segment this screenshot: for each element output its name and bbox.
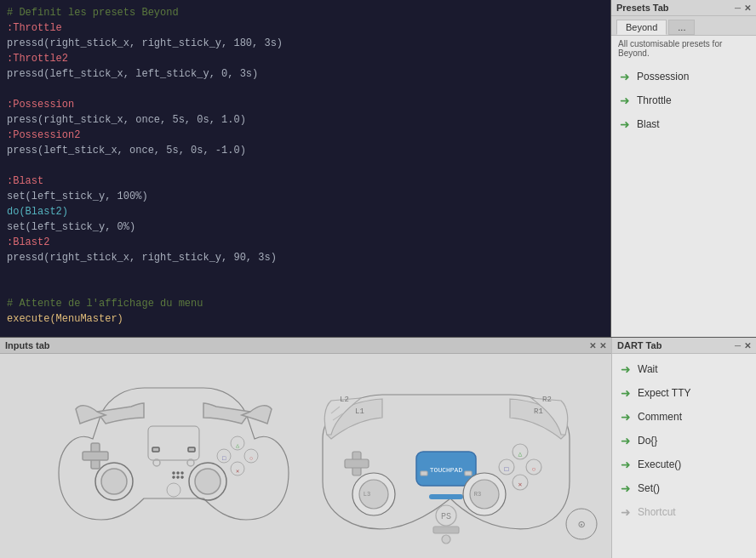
preset-label-possession: Possession	[637, 71, 689, 83]
svg-text:✕: ✕	[518, 481, 523, 488]
arrow-icon: ➜	[621, 458, 631, 471]
dart-title-bar: DART Tab ─ ✕	[612, 338, 756, 354]
svg-text:R3: R3	[474, 491, 481, 498]
inputs-minimize-button[interactable]: ✕	[589, 341, 596, 350]
svg-text:□: □	[222, 455, 226, 462]
svg-text:L3: L3	[364, 491, 370, 498]
dart-close-button[interactable]: ✕	[744, 341, 751, 350]
dart-list: ➜ Wait ➜ Expect TTY ➜ Comment ➜ Do{} ➜ E…	[612, 354, 756, 527]
arrow-icon: ➜	[621, 410, 631, 424]
dart-item-set[interactable]: ➜ Set()	[612, 476, 756, 500]
svg-text:L1: L1	[355, 407, 364, 416]
arrow-icon: ➜	[621, 434, 631, 447]
code-line: set(left_stick_y, 100%)	[7, 189, 604, 204]
dart-title: DART Tab	[617, 340, 662, 350]
dart-label-execute: Execute()	[638, 458, 681, 470]
presets-tabs: Beyond ...	[611, 16, 756, 36]
preset-item-blast[interactable]: ➜ Blast	[611, 112, 756, 136]
code-line: :Possession2	[7, 128, 604, 143]
svg-rect-27	[429, 494, 463, 499]
svg-point-19	[181, 476, 183, 478]
dart-item-execute[interactable]: ➜ Execute()	[612, 453, 756, 476]
svg-point-17	[173, 476, 175, 478]
code-editor[interactable]: # Definit les presets Beyond:Throttlepre…	[0, 0, 611, 337]
svg-point-18	[177, 476, 179, 478]
presets-minimize-button[interactable]: ─	[735, 3, 741, 13]
dart-item-wait[interactable]: ➜ Wait	[612, 357, 756, 381]
code-line: pressd(left_stick_x, left_stick_y, 0, 3s…	[7, 66, 604, 82]
svg-point-15	[177, 472, 179, 474]
arrow-icon: ➜	[621, 505, 631, 519]
code-line: press(right_stick_x, once, 5s, 0s, 1.0)	[7, 112, 604, 128]
inputs-title: Inputs tab	[5, 340, 50, 350]
svg-rect-42	[465, 471, 472, 475]
arrow-icon: ➜	[621, 362, 631, 376]
dart-title-controls: ─ ✕	[735, 341, 751, 350]
arrow-icon: ➜	[620, 117, 630, 131]
code-line	[7, 327, 604, 337]
arrow-icon: ➜	[621, 386, 631, 400]
svg-point-16	[181, 472, 183, 474]
code-line: press(left_stick_x, once, 5s, 0s, -1.0)	[7, 143, 604, 158]
preset-list: ➜ Possession ➜ Throttle ➜ Blast	[611, 61, 756, 140]
dart-label-expect-tty: Expect TTY	[638, 387, 690, 399]
ps-logo: ⊙	[564, 507, 598, 544]
dart-label-wait: Wait	[638, 363, 658, 375]
svg-text:L2: L2	[340, 396, 349, 404]
tab-other[interactable]: ...	[668, 20, 695, 35]
svg-text:⊙: ⊙	[578, 518, 586, 532]
inputs-close-button[interactable]: ✕	[599, 341, 606, 350]
svg-rect-33	[345, 459, 369, 468]
svg-text:PS: PS	[441, 512, 451, 521]
dart-item-shortcut: ➜ Shortcut	[612, 500, 756, 524]
code-line: :Possession	[7, 97, 604, 112]
code-line: execute(MenuMaster)	[7, 311, 604, 327]
code-line: set(left_stick_y, 0%)	[7, 219, 604, 235]
code-line	[7, 82, 604, 97]
dart-item-do[interactable]: ➜ Do{}	[612, 429, 756, 453]
code-line: do(Blast2)	[7, 204, 604, 219]
svg-text:TOUCHPAD: TOUCHPAD	[430, 466, 463, 474]
arrow-icon: ➜	[621, 481, 631, 495]
code-line: :Throttle2	[7, 51, 604, 66]
dart-minimize-button[interactable]: ─	[735, 341, 741, 350]
presets-close-button[interactable]: ✕	[744, 3, 751, 13]
code-line	[7, 265, 604, 281]
svg-rect-38	[433, 527, 459, 533]
code-line	[7, 281, 604, 296]
controller-right: △ ○ ✕ □ L1 R1 L2 R2 L3 R3 PS TOUCHP	[314, 371, 561, 541]
svg-text:R1: R1	[534, 407, 543, 416]
preset-item-throttle[interactable]: ➜ Throttle	[611, 88, 756, 112]
svg-rect-6	[83, 452, 108, 460]
code-line: :Blast	[7, 174, 604, 189]
svg-text:△: △	[236, 442, 240, 449]
tab-beyond[interactable]: Beyond	[616, 20, 667, 35]
dart-item-comment[interactable]: ➜ Comment	[612, 405, 756, 429]
svg-text:△: △	[518, 450, 523, 458]
preset-item-possession[interactable]: ➜ Possession	[611, 65, 756, 88]
svg-text:✕: ✕	[236, 468, 239, 475]
code-line: :Throttle	[7, 20, 604, 36]
svg-point-14	[173, 472, 175, 474]
svg-text:○: ○	[532, 465, 536, 473]
svg-point-11	[167, 483, 180, 497]
controller-left: △ ○ ✕ □	[50, 371, 297, 541]
preset-label-throttle: Throttle	[637, 94, 672, 106]
preset-label-blast: Blast	[637, 118, 660, 130]
code-line: # Attente de l'affichage du menu	[7, 296, 604, 311]
inputs-content: △ ○ ✕ □	[0, 354, 611, 558]
dart-label-comment: Comment	[638, 411, 682, 423]
code-line	[7, 158, 604, 174]
svg-text:○: ○	[249, 455, 253, 462]
inputs-title-bar: Inputs tab ✕ ✕	[0, 338, 611, 354]
svg-rect-12	[152, 447, 159, 452]
dart-item-expect-tty[interactable]: ➜ Expect TTY	[612, 381, 756, 405]
dart-label-do: Do{}	[638, 435, 657, 447]
dart-tab: DART Tab ─ ✕ ➜ Wait ➜ Expect TTY ➜ Comme…	[611, 338, 756, 558]
svg-point-2	[101, 469, 127, 494]
arrow-icon: ➜	[620, 94, 630, 107]
presets-subtitle: All customisable presets for Beyond.	[611, 36, 756, 61]
dart-label-shortcut: Shortcut	[638, 506, 676, 518]
presets-title-controls: ─ ✕	[735, 3, 751, 13]
inputs-tab: Inputs tab ✕ ✕	[0, 338, 611, 558]
